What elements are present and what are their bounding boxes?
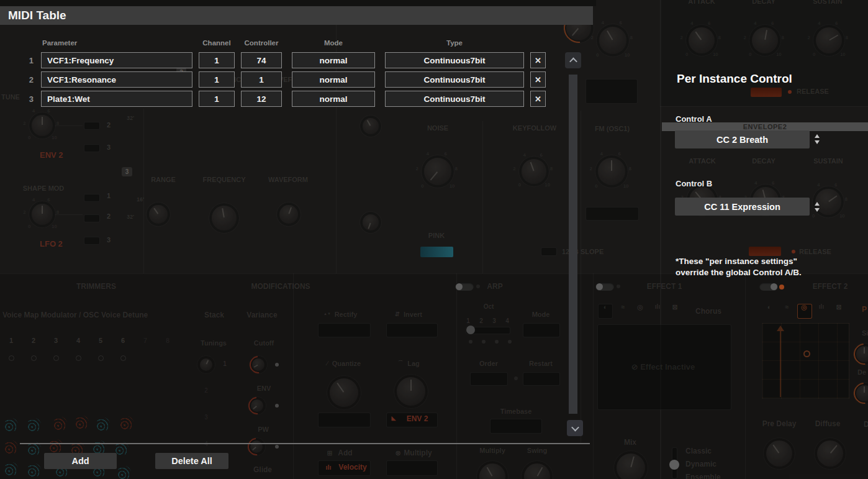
row-index: 2 — [21, 75, 34, 84]
scrollbar-track[interactable] — [569, 75, 577, 414]
add-button[interactable]: Add — [44, 453, 117, 469]
mode-field[interactable]: normal — [292, 71, 375, 88]
stepper-up-icon — [815, 202, 820, 206]
delete-row-button[interactable]: ✕ — [530, 91, 546, 107]
per-instance-note-line1: *These "per instance settings" — [676, 257, 797, 266]
type-field[interactable]: Continuous7bit — [385, 91, 524, 107]
controller-field[interactable]: 74 — [241, 52, 282, 68]
column-header-mode: Mode — [324, 39, 343, 47]
type-field[interactable]: Continuous7bit — [385, 52, 524, 68]
stepper-up-icon — [815, 134, 820, 138]
controller-field[interactable]: 1 — [241, 71, 282, 88]
delete-row-button[interactable]: ✕ — [530, 52, 546, 68]
parameter-field[interactable]: VCF1:Resonance — [41, 71, 192, 88]
row-index: 3 — [21, 94, 34, 104]
column-header-channel: Channel — [202, 39, 230, 47]
parameter-field[interactable]: Plate1:Wet — [41, 91, 192, 107]
column-header-type: Type — [446, 39, 463, 47]
mode-field[interactable]: normal — [292, 91, 375, 107]
footer-divider — [20, 443, 590, 444]
dialog-titlebar[interactable]: MIDI Table — [0, 6, 593, 25]
envelope2-section-header: ENVELOPE2 — [662, 122, 868, 131]
channel-field[interactable]: 1 — [199, 91, 235, 107]
plugin-window: FEEDBACKRANGEFREQUENCYWAVEFORMRANGEFREQU… — [0, 0, 868, 479]
delete-row-button[interactable]: ✕ — [530, 71, 546, 88]
stepper-down-icon — [815, 208, 820, 212]
control-b-stepper[interactable] — [812, 199, 822, 215]
column-header-parameter: Parameter — [42, 39, 77, 47]
type-field[interactable]: Continuous7bit — [385, 71, 524, 88]
channel-field[interactable]: 1 — [199, 71, 235, 88]
scroll-down-button[interactable] — [567, 420, 583, 436]
chevron-down-icon — [571, 423, 579, 431]
control-b-select[interactable]: CC 11 Expression — [675, 198, 810, 216]
delete-all-button[interactable]: Delete All — [155, 453, 228, 469]
control-b-label: Control B — [676, 179, 712, 188]
scroll-up-button[interactable] — [565, 52, 581, 68]
controller-field[interactable]: 12 — [241, 91, 282, 107]
per-instance-note-line2: override the global Control A/B. — [676, 268, 802, 277]
per-instance-title: Per Instance Control — [677, 72, 792, 86]
control-a-select[interactable]: CC 2 Breath — [675, 130, 810, 148]
stepper-down-icon — [815, 140, 820, 144]
chevron-up-icon — [569, 57, 577, 65]
control-a-stepper[interactable] — [812, 131, 822, 147]
mode-field[interactable]: normal — [292, 52, 375, 68]
parameter-field[interactable]: VCF1:Frequency — [41, 52, 192, 68]
channel-field[interactable]: 1 — [199, 52, 235, 68]
column-header-controller: Controller — [245, 39, 279, 47]
row-index: 1 — [21, 56, 34, 65]
dialog-title: MIDI Table — [8, 9, 66, 22]
